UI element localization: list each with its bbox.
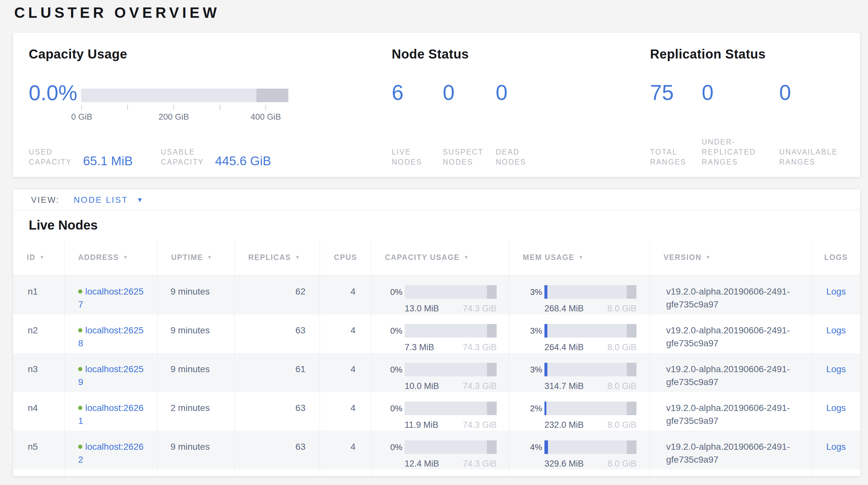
sort-arrow-icon: ▼ xyxy=(706,254,711,260)
sort-arrow-icon: ▼ xyxy=(39,254,45,260)
capacity-meter-bar xyxy=(405,324,497,338)
live-nodes-title: Live Nodes xyxy=(13,210,860,240)
capacity-meter-bar xyxy=(405,363,497,376)
usable-capacity-label: USABLE CAPACITY xyxy=(161,147,210,167)
under-replicated-ranges-stat: 0 UNDER-REPLICATED RANGES xyxy=(702,80,772,167)
axis-tick-label: 0 GiB xyxy=(71,112,92,122)
dead-nodes-stat: 0 DEAD NODES xyxy=(496,80,544,167)
uptime-cell: 9 minutes xyxy=(158,353,235,393)
axis-tick-label: 400 GiB xyxy=(251,112,281,122)
node-address-cell: localhost:26257 xyxy=(65,276,158,315)
capacity-used-value: 12.4 MiB xyxy=(405,457,439,470)
dead-nodes-value: 0 xyxy=(496,80,544,105)
mem-percent-label: 3% xyxy=(524,326,542,335)
node-live-dot-icon xyxy=(78,445,82,449)
cpus-cell: 4 xyxy=(320,353,371,393)
column-header-version[interactable]: VERSION▼ xyxy=(650,240,812,276)
usable-capacity-stat: USABLE CAPACITY 445.6 GiB xyxy=(161,147,271,167)
mem-usage-cell: 2% 232.0 MiB8.0 GiB xyxy=(509,392,650,432)
capacity-meter-bar xyxy=(405,402,497,415)
logs-link[interactable]: Logs xyxy=(826,442,846,452)
uptime-cell: 9 minutes xyxy=(158,431,235,470)
column-header-address[interactable]: ADDRESS▼ xyxy=(65,240,158,276)
mem-used-value: 268.4 MiB xyxy=(545,302,584,315)
capacity-reserved-segment xyxy=(487,324,497,338)
node-address-cell: localhost:26262 xyxy=(65,431,158,470)
mem-total-value: 8.0 GiB xyxy=(608,419,637,431)
column-header-id[interactable]: ID▼ xyxy=(13,240,65,276)
used-capacity-stat: USED CAPACITY 65.1 MiB xyxy=(29,147,133,167)
capacity-reserved-segment xyxy=(487,440,497,454)
replicas-cell: 63 xyxy=(235,431,320,470)
view-selected-value: NODE LIST xyxy=(73,190,128,210)
mem-used-value: 314.7 MiB xyxy=(545,379,584,393)
capacity-bar xyxy=(81,89,288,102)
capacity-usage-cell: 0% 10.0 MiB74.3 GiB xyxy=(371,353,509,393)
node-address-cell: localhost:26258 xyxy=(65,314,158,354)
live-nodes-label: LIVE NODES xyxy=(392,147,440,167)
logs-cell: Logs xyxy=(812,431,860,470)
unavailable-ranges-label: UNAVAILABLE RANGES xyxy=(779,147,858,167)
usable-capacity-value: 445.6 GiB xyxy=(215,154,271,168)
node-address-link[interactable]: localhost:26261 xyxy=(78,403,144,426)
node-address-link[interactable]: localhost:26257 xyxy=(78,286,144,309)
capacity-total-value: 74.3 GiB xyxy=(463,419,497,431)
logs-link[interactable]: Logs xyxy=(826,325,846,335)
node-id-cell: n5 xyxy=(13,431,65,470)
suspect-nodes-label: SUSPECT NODES xyxy=(443,147,491,167)
capacity-percent-label: 0% xyxy=(384,326,402,335)
axis-tick-label: 200 GiB xyxy=(159,112,189,122)
replicas-cell: 61 xyxy=(235,353,320,393)
version-cell: v19.2.0-alpha.20190606-2491-gfe735c9a97 xyxy=(650,353,812,393)
capacity-used-value: 10.0 MiB xyxy=(405,379,439,393)
replicas-cell: 63 xyxy=(235,392,320,432)
column-header-uptime[interactable]: UPTIME▼ xyxy=(158,240,235,276)
logs-cell: Logs xyxy=(812,276,860,315)
column-header-replicas[interactable]: REPLICAS▼ xyxy=(235,240,320,276)
total-ranges-label: TOTAL RANGES xyxy=(650,147,699,167)
node-address-link[interactable]: localhost:26259 xyxy=(78,364,144,387)
capacity-total-value: 74.3 GiB xyxy=(463,302,497,315)
capacity-percent-label: 0% xyxy=(384,443,402,451)
capacity-bar-reserved-segment xyxy=(256,89,288,102)
mem-meter-bar xyxy=(545,440,637,454)
node-id-cell: n1 xyxy=(13,276,65,315)
suspect-nodes-stat: 0 SUSPECT NODES xyxy=(443,80,491,167)
unavailable-ranges-value: 0 xyxy=(779,80,858,105)
node-status-section: Node Status 6 LIVE NODES 0 SUSPECT NODES… xyxy=(392,33,637,177)
capacity-reserved-segment xyxy=(487,363,497,376)
sort-arrow-icon: ▼ xyxy=(464,254,469,260)
node-address-link[interactable]: localhost:26258 xyxy=(78,325,144,348)
node-live-dot-icon xyxy=(78,367,82,371)
mem-used-value: 264.4 MiB xyxy=(545,341,584,354)
capacity-usage-cell: 0% 13.0 MiB74.3 GiB xyxy=(371,276,509,315)
mem-meter-bar xyxy=(545,324,637,338)
node-address-link[interactable]: localhost:26262 xyxy=(78,442,144,465)
column-header-cpus: CPUS xyxy=(320,240,371,276)
mem-total-value: 8.0 GiB xyxy=(608,379,637,393)
live-nodes-value: 6 xyxy=(392,80,440,105)
capacity-meter-bar xyxy=(405,285,497,299)
node-live-dot-icon xyxy=(78,406,82,410)
table-header-row: ID▼ ADDRESS▼ UPTIME▼ REPLICAS▼ CPUS CAPA… xyxy=(13,240,860,276)
column-header-mem-usage[interactable]: MEM USAGE▼ xyxy=(509,240,650,276)
capacity-total-value: 74.3 GiB xyxy=(463,457,497,470)
view-select-dropdown[interactable]: NODE LIST ▼ xyxy=(73,190,144,210)
replicas-cell: 62 xyxy=(235,276,320,315)
cpus-cell: 4 xyxy=(320,314,371,354)
mem-reserved-segment xyxy=(627,324,637,338)
node-live-dot-icon xyxy=(78,328,82,333)
logs-link[interactable]: Logs xyxy=(826,403,846,413)
column-header-capacity-usage[interactable]: CAPACITY USAGE▼ xyxy=(371,240,509,276)
logs-cell: Logs xyxy=(812,392,860,432)
version-cell: v19.2.0-alpha.20190606-2491-gfe735c9a97 xyxy=(650,392,812,432)
logs-link[interactable]: Logs xyxy=(826,286,846,296)
version-cell: v19.2.0-alpha.20190606-2491-gfe735c9a97 xyxy=(650,431,812,470)
mem-percent-label: 3% xyxy=(524,365,542,374)
logs-link[interactable]: Logs xyxy=(826,364,846,374)
mem-percent-label: 3% xyxy=(524,288,542,296)
mem-used-value: 329.6 MiB xyxy=(545,457,584,470)
capacity-percent-label: 0% xyxy=(384,404,402,412)
mem-meter-bar xyxy=(545,285,637,299)
node-address-cell: localhost:26261 xyxy=(65,392,158,432)
